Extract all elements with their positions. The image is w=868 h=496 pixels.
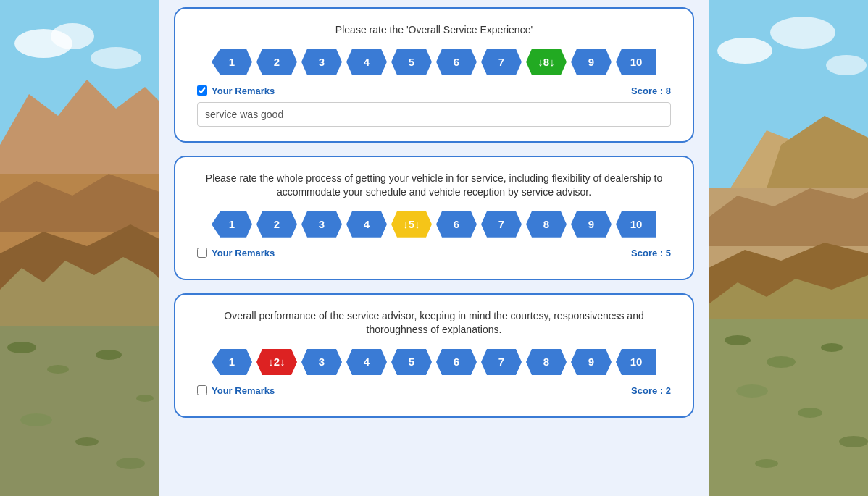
svg-point-33 <box>839 436 868 447</box>
rating-2-btn-6[interactable]: 6 <box>436 211 477 238</box>
rating-2-btn-8[interactable]: 8 <box>526 211 567 238</box>
remarks-checkbox-2[interactable] <box>197 248 207 258</box>
bg-left <box>0 0 159 496</box>
remarks-row-2: Your Remarks Score : 5 <box>197 248 671 258</box>
svg-point-16 <box>116 458 145 469</box>
rating-3-btn-7[interactable]: 7 <box>481 349 522 375</box>
svg-point-18 <box>717 38 772 64</box>
rating-2-btn-10[interactable]: 10 <box>616 211 656 238</box>
rating-2-btn-5[interactable]: ↓5↓ <box>391 211 432 238</box>
survey-card-1: Please rate the 'Overall Service Experie… <box>174 7 694 143</box>
remarks-label-1[interactable]: Your Remarks <box>197 85 275 96</box>
score-3: Score : 2 <box>631 385 671 396</box>
svg-point-34 <box>755 459 778 468</box>
rating-1-btn-4[interactable]: 4 <box>346 49 387 75</box>
svg-point-15 <box>75 437 99 446</box>
svg-point-3 <box>91 47 141 69</box>
rating-1-btn-10[interactable]: 10 <box>616 49 656 75</box>
rating-row-2: 1 2 3 4 ↓5↓ 6 7 8 9 10 <box>197 211 671 238</box>
svg-point-14 <box>20 413 52 426</box>
svg-point-11 <box>47 365 69 374</box>
main-content: Please rate the 'Overall Service Experie… <box>159 0 709 496</box>
rating-2-btn-4[interactable]: 4 <box>346 211 387 238</box>
rating-3-btn-2[interactable]: ↓2↓ <box>256 349 297 375</box>
question-3: Overall performance of the service advis… <box>197 309 671 337</box>
svg-point-12 <box>96 350 122 360</box>
rating-1-btn-3[interactable]: 3 <box>301 49 342 75</box>
svg-point-30 <box>821 343 843 352</box>
remarks-row-1: Your Remarks Score : 8 <box>197 85 671 96</box>
rating-1-btn-6[interactable]: 6 <box>436 49 477 75</box>
rating-3-btn-9[interactable]: 9 <box>571 349 612 375</box>
rating-2-btn-9[interactable]: 9 <box>571 211 612 238</box>
rating-1-btn-5[interactable]: 5 <box>391 49 432 75</box>
rating-3-btn-6[interactable]: 6 <box>436 349 477 375</box>
rating-3-btn-5[interactable]: 5 <box>391 349 432 375</box>
rating-row-1: 1 2 3 4 5 6 7 ↓8↓ 9 10 <box>197 49 671 75</box>
svg-point-32 <box>798 408 822 418</box>
rating-1-btn-8[interactable]: ↓8↓ <box>526 49 567 75</box>
rating-3-btn-1[interactable]: 1 <box>212 349 252 375</box>
remarks-row-3: Your Remarks Score : 2 <box>197 385 671 396</box>
svg-point-20 <box>826 55 867 75</box>
rating-1-btn-9[interactable]: 9 <box>571 49 612 75</box>
rating-2-btn-1[interactable]: 1 <box>212 211 252 238</box>
svg-point-10 <box>7 342 36 353</box>
remarks-checkbox-3[interactable] <box>197 385 207 395</box>
svg-point-13 <box>136 395 154 402</box>
rating-row-3: 1 ↓2↓ 3 4 5 6 7 8 9 10 <box>197 349 671 375</box>
svg-rect-26 <box>709 304 868 496</box>
svg-point-28 <box>725 335 751 345</box>
rating-3-btn-3[interactable]: 3 <box>301 349 342 375</box>
score-2: Score : 5 <box>631 248 671 258</box>
rating-3-btn-4[interactable]: 4 <box>346 349 387 375</box>
rating-2-btn-7[interactable]: 7 <box>481 211 522 238</box>
rating-2-btn-3[interactable]: 3 <box>301 211 342 238</box>
rating-1-btn-2[interactable]: 2 <box>256 49 297 75</box>
svg-point-29 <box>767 356 796 368</box>
rating-3-btn-8[interactable]: 8 <box>526 349 567 375</box>
svg-point-2 <box>51 23 94 49</box>
bg-right <box>709 0 868 496</box>
survey-card-2: Please rate the whole process of getting… <box>174 156 694 280</box>
svg-point-19 <box>770 17 835 49</box>
question-1: Please rate the 'Overall Service Experie… <box>197 23 671 38</box>
rating-1-btn-7[interactable]: 7 <box>481 49 522 75</box>
rating-2-btn-2[interactable]: 2 <box>256 211 297 238</box>
question-2: Please rate the whole process of getting… <box>197 172 671 200</box>
remarks-checkbox-1[interactable] <box>197 85 207 96</box>
survey-card-3: Overall performance of the service advis… <box>174 293 694 418</box>
rating-3-btn-10[interactable]: 10 <box>616 349 656 375</box>
rating-1-btn-1[interactable]: 1 <box>212 49 252 75</box>
score-1: Score : 8 <box>631 85 671 96</box>
remarks-label-3[interactable]: Your Remarks <box>197 385 275 396</box>
remarks-input-1[interactable] <box>197 102 671 127</box>
svg-point-31 <box>736 384 768 398</box>
remarks-label-2[interactable]: Your Remarks <box>197 248 275 258</box>
